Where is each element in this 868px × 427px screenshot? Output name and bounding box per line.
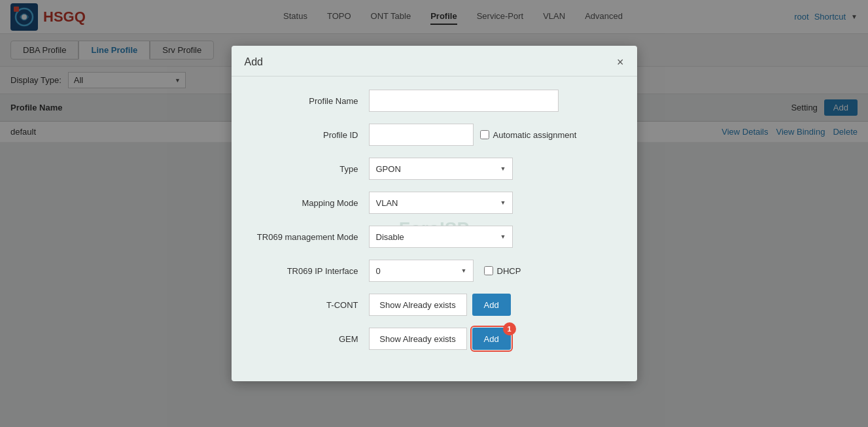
- modal-close-button[interactable]: ×: [617, 56, 624, 68]
- modal-title: Add: [245, 56, 263, 68]
- type-select[interactable]: GPON: [369, 158, 513, 180]
- tcont-label: T-CONT: [251, 300, 369, 310]
- gem-controls: Show Already exists Add 1: [369, 328, 511, 350]
- modal-header: Add ×: [232, 46, 637, 77]
- type-label: Type: [251, 164, 369, 174]
- automatic-assignment-text: Automatic assignment: [493, 130, 577, 140]
- main-content: Profile Name Setting Add default View De…: [0, 94, 868, 427]
- profile-id-input[interactable]: [369, 124, 474, 146]
- gem-show-button[interactable]: Show Already exists: [369, 328, 467, 350]
- tcont-add-button[interactable]: Add: [472, 294, 511, 316]
- mapping-mode-row: Mapping Mode VLAN: [251, 192, 617, 214]
- dhcp-checkbox[interactable]: [484, 266, 493, 275]
- tr069-ip-select[interactable]: 0: [369, 260, 474, 282]
- tcont-row: T-CONT Show Already exists Add: [251, 294, 617, 316]
- mapping-mode-label: Mapping Mode: [251, 198, 369, 208]
- dhcp-text: DHCP: [497, 266, 521, 276]
- gem-label: GEM: [251, 334, 369, 344]
- profile-id-row: Profile ID Automatic assignment: [251, 124, 617, 146]
- profile-name-label: Profile Name: [251, 96, 369, 106]
- tr069-ip-row: TR069 IP Interface 0 DHCP: [251, 260, 617, 282]
- gem-row: GEM Show Already exists Add 1: [251, 328, 617, 350]
- tr069-mode-row: TR069 management Mode Disable: [251, 226, 617, 248]
- modal-overlay: Add × ForoISP Profile Name Profile ID: [0, 0, 868, 427]
- tr069-ip-label: TR069 IP Interface: [251, 266, 369, 276]
- tcont-controls: Show Already exists Add: [369, 294, 511, 316]
- gem-add-wrapper: Add 1: [472, 328, 511, 350]
- modal-body: ForoISP Profile Name Profile ID Automati…: [232, 77, 637, 381]
- mapping-mode-select-wrapper: VLAN: [369, 192, 513, 214]
- profile-id-label: Profile ID: [251, 130, 369, 140]
- tr069-mode-select[interactable]: Disable: [369, 226, 513, 248]
- automatic-assignment-label: Automatic assignment: [480, 130, 577, 140]
- modal: Add × ForoISP Profile Name Profile ID: [232, 46, 637, 381]
- profile-name-row: Profile Name: [251, 90, 617, 112]
- type-row: Type GPON: [251, 158, 617, 180]
- tr069-mode-label: TR069 management Mode: [251, 232, 369, 242]
- tcont-show-button[interactable]: Show Already exists: [369, 294, 467, 316]
- profile-name-input[interactable]: [369, 90, 559, 112]
- mapping-mode-select[interactable]: VLAN: [369, 192, 513, 214]
- tr069-mode-select-wrapper: Disable: [369, 226, 513, 248]
- tr069-ip-select-wrapper: 0: [369, 260, 474, 282]
- type-select-wrapper: GPON: [369, 158, 513, 180]
- gem-badge: 1: [503, 322, 516, 335]
- dhcp-label: DHCP: [484, 266, 521, 276]
- automatic-assignment-checkbox[interactable]: [480, 130, 489, 139]
